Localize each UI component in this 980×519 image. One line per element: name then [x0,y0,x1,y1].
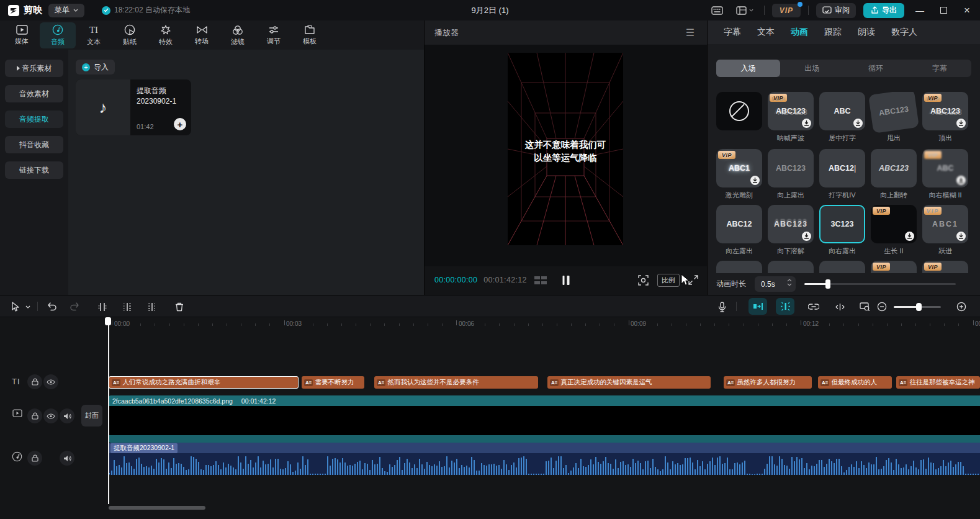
mute-icon[interactable] [60,408,74,423]
pause-button[interactable] [562,276,569,285]
tab-media[interactable]: 媒体 [4,22,40,48]
anim-tile[interactable]: ABC1 VIP 跃进 [922,205,968,256]
zoom-slider-handle[interactable] [916,303,922,311]
text-clip[interactable]: A≡ 往往是那些被幸运之神 [896,376,980,389]
frame-list-icon[interactable] [534,276,548,284]
focus-frame-icon[interactable] [638,275,649,286]
eye-icon[interactable] [43,408,58,423]
anim-tile[interactable]: ABC123 VIP 呐喊声波 [768,92,814,143]
tab-filter[interactable]: 滤镜 [220,22,256,48]
subtab-caption[interactable]: 字幕 [907,60,971,77]
subtab-out[interactable]: 出场 [780,60,844,77]
tab-read-aloud[interactable]: 朗读 [858,27,875,38]
duration-slider-handle[interactable] [825,279,830,289]
anim-tile-partial[interactable] [768,261,814,273]
anim-tile[interactable]: ABC12 打字机IV [819,149,865,200]
sidebar-item-audio-extract[interactable]: 音频提取 [5,111,63,128]
video-preview[interactable]: 这并不意味着我们可 以坐等运气降临 [508,53,623,245]
shortcut-keyboard-icon[interactable] [709,2,726,19]
timeline[interactable]: 00:00 00:03 00:06 00:09 00:12 00:15 TI 封… [0,317,980,519]
close-button[interactable]: × [959,2,975,19]
anim-tile[interactable]: VIP 生长 II [871,205,917,256]
lock-icon[interactable] [27,408,42,423]
zoom-out-button[interactable] [875,296,889,318]
sidebar-item-douyin-favorites[interactable]: 抖音收藏 [5,136,63,153]
text-clip-selected[interactable]: A≡ 人们常说成功之路充满曲折和艰辛 [109,376,299,389]
sidebar-item-sound-effects[interactable]: 音效素材 [5,85,63,102]
tab-text-style[interactable]: 文本 [757,27,775,38]
fullscreen-icon[interactable] [688,275,698,285]
anim-tile[interactable]: ABC123 向下溶解 [768,205,814,256]
lock-icon[interactable] [27,451,42,466]
anim-tile[interactable]: ABC VIP 向右模糊 II [922,149,968,200]
linkage-toggle[interactable] [806,296,822,318]
tab-adjust[interactable]: 调节 [256,22,292,48]
duration-slider[interactable] [804,283,956,285]
tab-transition[interactable]: 转场 [184,22,220,48]
menu-button[interactable]: 菜单 [48,4,84,17]
video-clip-body[interactable] [109,406,980,435]
anim-tile-partial[interactable]: VIP [922,261,968,273]
text-clip[interactable]: A≡ 虽然许多人都很努力 [724,376,812,389]
aspect-ratio-button[interactable]: 比例 [657,274,680,287]
anim-tile[interactable]: ABC1 VIP 激光雕刻 [716,149,762,200]
playhead-line[interactable] [108,317,109,504]
tab-text[interactable]: TI 文本 [76,22,112,48]
zoom-in-button[interactable] [955,296,968,318]
audio-waveform[interactable] [109,453,980,475]
select-tool-dropdown[interactable] [24,296,32,318]
tab-sticker[interactable]: 贴纸 [112,22,148,48]
undo-button[interactable] [45,296,60,318]
sidebar-item-music-assets[interactable]: 音乐素材 [5,60,63,77]
sidebar-item-link-download[interactable]: 链接下载 [5,161,63,179]
eye-icon[interactable] [43,374,58,389]
text-clip[interactable]: A≡ 然而我认为这些并不是必要条件 [374,376,538,389]
redo-button[interactable] [67,296,82,318]
anim-tile[interactable]: ABC12 向左露出 [716,205,762,256]
anim-tile-partial[interactable]: VIP [871,261,917,273]
select-tool-button[interactable] [7,296,22,318]
anim-tile-none[interactable] [716,92,762,133]
anim-tile-partial[interactable] [716,261,762,273]
text-clip[interactable]: A≡ 需要不断努力 [302,376,364,389]
minimize-button[interactable]: — [912,2,928,19]
add-to-track-button[interactable]: + [174,118,186,130]
duration-input[interactable]: 0.5s [755,276,796,292]
subtab-in[interactable]: 入场 [716,60,780,77]
tab-template[interactable]: 模板 [292,22,328,48]
video-clip-header[interactable]: 2fcaacb5a061b4a502dfe1208635c6d.png 00:0… [109,395,980,406]
export-button[interactable]: 导出 [863,3,904,18]
audio-asset-card[interactable]: ♪ 提取音频 20230902-1 01:42 + [76,79,191,135]
tab-effects[interactable]: 特效 [148,22,184,48]
duration-stepper[interactable] [787,279,792,286]
tab-digital-human[interactable]: 数字人 [891,27,917,38]
text-clip[interactable]: A≡ 真正决定成功的关键因素是运气 [547,376,711,389]
split-button[interactable] [94,296,110,318]
tab-animation[interactable]: 动画 [791,27,808,38]
mute-icon[interactable] [60,451,74,466]
anim-tile[interactable]: ABC123 向上露出 [768,149,814,200]
delete-button[interactable] [171,296,187,318]
tab-subtitle[interactable]: 字幕 [724,27,741,38]
subtab-loop[interactable]: 循环 [844,60,908,77]
playhead-handle[interactable] [105,317,111,325]
preview-axis-toggle[interactable] [832,296,848,318]
tab-tracking[interactable]: 跟踪 [824,27,842,38]
review-button[interactable]: 审阅 [816,3,856,18]
vip-button[interactable]: VIP [772,4,801,17]
anim-tile[interactable]: ABC123 向上翻转 [871,149,917,200]
maximize-button[interactable] [935,2,951,19]
audio-clip-header[interactable]: 提取音频20230902-1 [109,443,980,453]
import-button[interactable]: + 导入 [76,60,115,74]
anim-tile-partial[interactable] [819,261,865,273]
timeline-zoom-slider[interactable] [894,306,941,308]
main-track-magnet-toggle[interactable] [748,298,767,315]
anim-tile-selected[interactable]: 3C123 向右露出 [819,205,865,256]
delete-left-button[interactable] [119,296,135,318]
anim-tile[interactable]: ABC123 VIP 顶出 [922,92,968,143]
tab-audio[interactable]: 音频 [40,22,76,48]
anim-tile[interactable]: ABC 居中打字 [819,92,865,143]
auto-snap-toggle[interactable] [776,298,794,315]
timeline-fit-button[interactable] [856,296,873,318]
anim-tile[interactable]: ABC123 甩出 [871,92,917,143]
